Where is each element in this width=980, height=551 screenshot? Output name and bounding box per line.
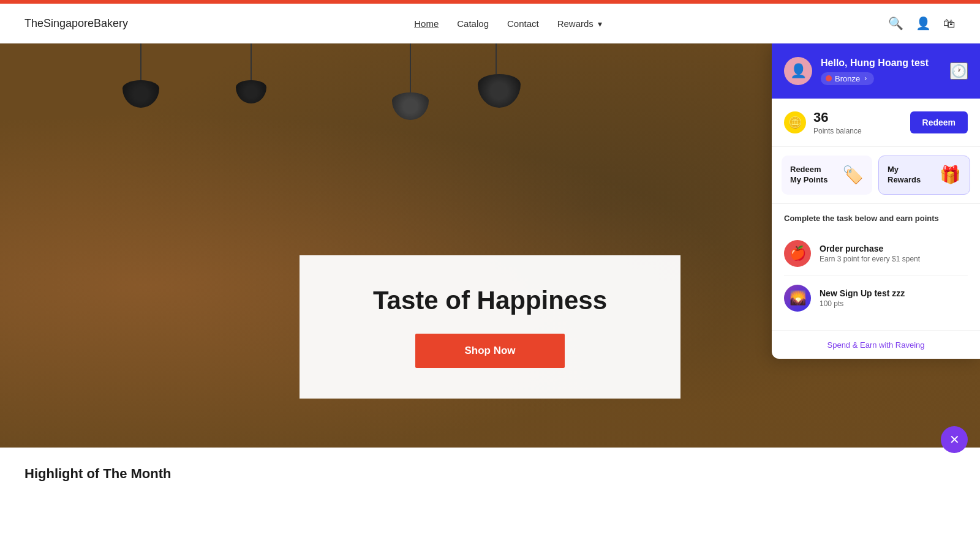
rewards-panel-header: 👤 Hello, Hung Hoang test Bronze › 🕐 xyxy=(772,43,980,99)
tier-badge[interactable]: Bronze › xyxy=(821,72,874,85)
points-icon: 🪙 xyxy=(784,111,806,133)
cart-button[interactable]: 🛍 xyxy=(943,17,956,31)
order-purchase-name: Order purchase xyxy=(820,244,920,253)
avatar-icon: 👤 xyxy=(790,63,807,79)
bottom-section: Highlight of The Month xyxy=(0,448,980,551)
signup-info: New Sign Up test zzz 100 pts xyxy=(820,288,905,308)
highlight-title: Highlight of The Month xyxy=(24,466,956,482)
order-purchase-icon: 🍎 xyxy=(784,240,811,267)
points-label: Points balance xyxy=(813,127,862,135)
mountain-icon: 🌄 xyxy=(790,290,806,306)
order-purchase-info: Order purchase Earn 3 point for every $1… xyxy=(820,244,920,263)
lamp-decoration xyxy=(233,43,270,105)
user-info: Hello, Hung Hoang test Bronze › xyxy=(821,58,929,85)
my-rewards-label: MyRewards xyxy=(888,165,921,186)
gift-icon: 🎁 xyxy=(940,165,961,185)
shop-now-button[interactable]: Shop Now xyxy=(415,334,564,368)
brand-name: TheSingaporeBakery xyxy=(24,17,128,30)
signup-name: New Sign Up test zzz xyxy=(820,288,905,298)
points-balance: 36 xyxy=(813,110,862,126)
history-icon: 🕐 xyxy=(951,64,967,78)
task-order-purchase: 🍎 Order purchase Earn 3 point for every … xyxy=(784,231,968,276)
rewards-panel: 👤 Hello, Hung Hoang test Bronze › 🕐 xyxy=(772,43,980,359)
nav-contact[interactable]: Contact xyxy=(507,18,539,29)
task-signup: 🌄 New Sign Up test zzz 100 pts xyxy=(784,276,968,320)
redeem-points-label: RedeemMy Points xyxy=(790,165,827,186)
lamp-decoration xyxy=(478,43,514,105)
nav-rewards[interactable]: Rewards xyxy=(557,18,602,29)
close-button[interactable]: ✕ xyxy=(941,426,968,453)
close-icon: ✕ xyxy=(949,432,960,447)
history-button[interactable]: 🕐 xyxy=(950,62,968,80)
nav-links: Home Catalog Contact Rewards xyxy=(414,18,602,29)
search-icon: 🔍 xyxy=(888,17,903,30)
lamp-decoration xyxy=(123,43,159,105)
hero-content-box: Taste of Happiness Shop Now xyxy=(300,255,680,399)
account-icon: 👤 xyxy=(916,17,931,30)
cart-icon: 🛍 xyxy=(943,17,956,30)
lamp-decoration xyxy=(392,43,429,105)
points-info: 36 Points balance xyxy=(813,110,862,135)
spend-earn-link[interactable]: Spend & Earn with Raveing xyxy=(827,340,925,350)
nav-catalog[interactable]: Catalog xyxy=(457,18,489,29)
rewards-footer: Spend & Earn with Raveing xyxy=(772,330,980,359)
signup-desc: 100 pts xyxy=(820,299,905,308)
order-purchase-desc: Earn 3 point for every $1 spent xyxy=(820,255,920,263)
hero-title: Taste of Happiness xyxy=(373,286,607,315)
search-button[interactable]: 🔍 xyxy=(888,16,903,31)
user-avatar: 👤 xyxy=(784,57,812,85)
apple-icon: 🍎 xyxy=(790,246,806,261)
coin-icon: 🪙 xyxy=(788,116,802,129)
tasks-title: Complete the task below and earn points xyxy=(784,214,968,223)
tasks-section: Complete the task below and earn points … xyxy=(772,204,980,330)
tag-icon: 🏷️ xyxy=(842,165,864,185)
nav-icons: 🔍 👤 🛍 xyxy=(888,16,956,31)
user-greeting: Hello, Hung Hoang test xyxy=(821,58,929,69)
account-button[interactable]: 👤 xyxy=(916,16,931,31)
chevron-down-icon xyxy=(596,18,602,29)
tier-arrow-icon: › xyxy=(864,74,867,83)
redeem-points-card[interactable]: RedeemMy Points 🏷️ xyxy=(782,156,872,195)
points-left: 🪙 36 Points balance xyxy=(784,110,862,135)
rewards-header-left: 👤 Hello, Hung Hoang test Bronze › xyxy=(784,57,929,85)
bronze-dot xyxy=(826,75,832,81)
header: TheSingaporeBakery Home Catalog Contact … xyxy=(0,4,980,43)
my-rewards-card[interactable]: MyRewards 🎁 xyxy=(878,156,970,195)
points-section: 🪙 36 Points balance Redeem xyxy=(772,99,980,147)
tier-label: Bronze xyxy=(835,74,860,83)
action-cards: RedeemMy Points 🏷️ MyRewards 🎁 xyxy=(772,147,980,204)
hero-section: Taste of Happiness Shop Now 👤 Hello, Hun… xyxy=(0,43,980,448)
signup-icon: 🌄 xyxy=(784,285,811,312)
redeem-button[interactable]: Redeem xyxy=(910,111,968,133)
nav-home[interactable]: Home xyxy=(414,18,439,29)
